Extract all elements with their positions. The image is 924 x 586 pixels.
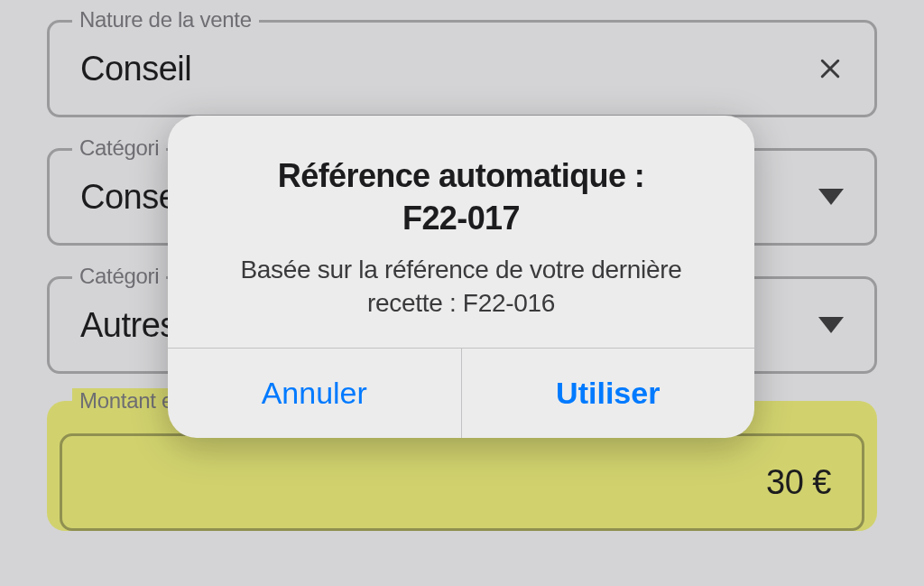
dialog-body: Référence automatique : F22-017 Basée su… <box>168 116 754 348</box>
dialog-title: Référence automatique : F22-017 <box>204 155 718 240</box>
field-nature-value: Conseil <box>80 50 817 88</box>
chevron-down-icon <box>818 317 844 333</box>
dialog-subtitle: Basée sur la référence de votre dernière… <box>204 253 718 321</box>
field-amount-value: 30 € <box>766 463 831 502</box>
chevron-down-icon <box>818 189 844 205</box>
field-nature: Nature de la vente Conseil <box>47 20 877 117</box>
svg-marker-3 <box>818 317 844 333</box>
clear-icon[interactable] <box>817 55 844 82</box>
svg-marker-2 <box>818 189 844 205</box>
field-category-2-label: Catégori <box>72 264 166 289</box>
dialog-title-line2: F22-017 <box>402 200 520 237</box>
field-category-1-label: Catégori <box>72 135 166 161</box>
field-amount-box[interactable]: 30 € <box>60 433 864 531</box>
reference-dialog: Référence automatique : F22-017 Basée su… <box>168 116 754 438</box>
field-nature-label: Nature de la vente <box>72 7 259 33</box>
confirm-button[interactable]: Utiliser <box>461 349 755 438</box>
dialog-title-line1: Référence automatique : <box>278 157 644 194</box>
dialog-buttons: Annuler Utiliser <box>168 348 754 438</box>
cancel-button[interactable]: Annuler <box>168 349 461 438</box>
field-nature-box[interactable]: Conseil <box>47 20 877 117</box>
